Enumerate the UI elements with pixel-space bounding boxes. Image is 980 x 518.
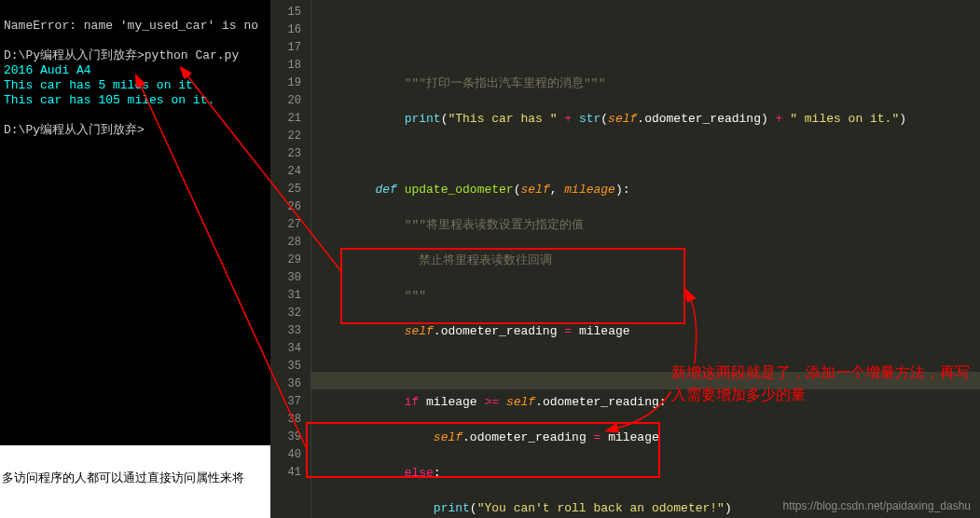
line-number: 38 [270, 411, 301, 429]
annotation-text: 新增这两段就是了，添加一个增量方法，再写入需要增加多少的量 [671, 361, 970, 406]
line-number: 32 [270, 305, 301, 322]
line-number: 33 [270, 322, 301, 340]
line-number: 29 [270, 252, 301, 269]
line-number: 15 [270, 4, 301, 21]
terminal-error: NameError: name 'my_used_car' is no [4, 19, 258, 33]
line-number: 39 [270, 429, 301, 446]
line-number: 16 [270, 21, 301, 39]
terminal-panel[interactable]: NameError: name 'my_used_car' is no D:\P… [0, 0, 270, 445]
terminal-output-2: This car has 5 miles on it. [4, 78, 200, 92]
terminal-output-1: 2016 Audi A4 [4, 63, 91, 77]
line-number: 36 [270, 375, 301, 393]
terminal-prompt-2: D:\Py编程从入门到放弃> [4, 123, 145, 137]
line-number: 34 [270, 340, 301, 358]
line-number: 31 [270, 287, 301, 305]
line-number: 35 [270, 358, 301, 375]
line-number: 41 [270, 464, 301, 482]
line-number: 18 [270, 57, 301, 75]
line-number: 23 [270, 145, 301, 163]
code-line: """打印一条指出汽车里程的消息""" [405, 76, 606, 90]
line-number: 22 [270, 128, 301, 145]
line-number: 27 [270, 216, 301, 234]
line-number: 28 [270, 234, 301, 252]
line-number: 21 [270, 110, 301, 128]
line-number: 24 [270, 163, 301, 181]
highlight-box-2 [306, 422, 660, 478]
line-number: 30 [270, 269, 301, 287]
line-number: 20 [270, 92, 301, 110]
watermark: https://blog.csdn.net/paidaxing_dashu [783, 499, 971, 512]
terminal-output-3: This car has 105 miles on it. [4, 93, 214, 107]
line-number: 19 [270, 75, 301, 92]
caption-text: 多访问程序的人都可以通过直接访问属性来将 [0, 466, 270, 490]
highlight-box-1 [340, 248, 685, 324]
line-number: 17 [270, 39, 301, 57]
line-number: 40 [270, 446, 301, 464]
line-number: 26 [270, 198, 301, 216]
line-number: 25 [270, 181, 301, 198]
terminal-prompt-1: D:\Py编程从入门到放弃>python Car.py [4, 48, 239, 62]
line-number: 37 [270, 393, 301, 411]
